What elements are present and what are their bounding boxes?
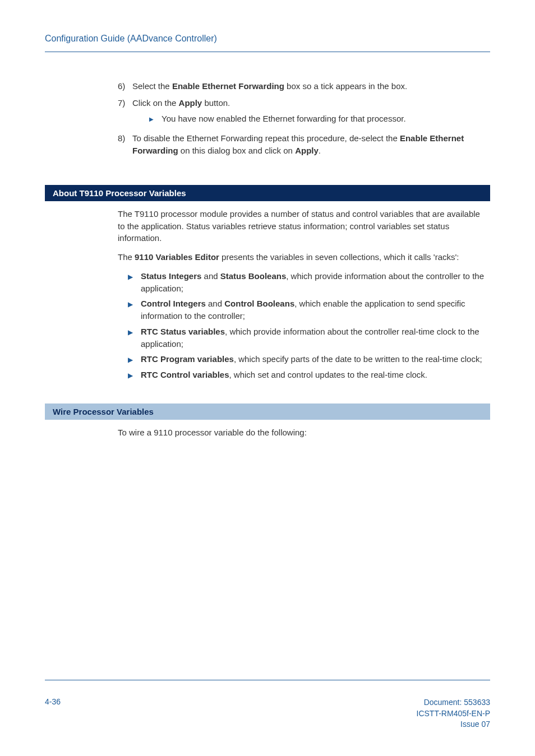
- list-item: ▶ RTC Program variables, which specify p…: [128, 353, 485, 365]
- paragraph: The 9110 Variables Editor presents the v…: [118, 251, 485, 263]
- text-fragment: and: [201, 271, 220, 281]
- document-code: ICSTT-RM405f-EN-P: [417, 708, 490, 720]
- text-fragment: , which set and control updates to the r…: [229, 370, 428, 379]
- sub-bullet-text: You have now enabled the Ethernet forwar…: [162, 113, 406, 125]
- text-fragment: on this dialog box and click on: [178, 146, 295, 155]
- document-number: Document: 553633: [417, 697, 490, 708]
- step-8: 8) To disable the Ethernet Forwarding re…: [118, 132, 485, 157]
- text-bold: Control Booleans: [224, 299, 294, 308]
- list-item: ▶ Control Integers and Control Booleans,…: [128, 298, 485, 322]
- list-item: ▶ RTC Control variables, which set and c…: [128, 369, 485, 381]
- list-text: RTC Program variables, which specify par…: [141, 353, 482, 365]
- text-fragment: To disable the Ethernet Forwarding repea…: [132, 133, 400, 143]
- header-title: Configuration Guide (AADvance Controller…: [45, 34, 490, 44]
- text-fragment: button.: [202, 98, 230, 108]
- text-fragment: and: [206, 299, 224, 308]
- list-text: Control Integers and Control Booleans, w…: [141, 298, 485, 322]
- list-text: Status Integers and Status Booleans, whi…: [141, 270, 485, 295]
- step-list: 6) Select the Enable Ethernet Forwarding…: [118, 80, 485, 157]
- issue-number: Issue 07: [417, 719, 490, 730]
- step-text: Click on the Apply button. ▶ You have no…: [132, 97, 485, 128]
- text-bold: Enable Ethernet Forwarding: [172, 81, 284, 91]
- text-fragment: , which specify parts of the date to be …: [234, 354, 482, 364]
- text-fragment: The: [118, 252, 135, 262]
- text-fragment: Click on the: [132, 98, 179, 108]
- footer-rule: [45, 680, 490, 680]
- text-bold: Status Integers: [141, 271, 201, 281]
- step-text: Select the Enable Ethernet Forwarding bo…: [132, 80, 485, 92]
- racks-list: ▶ Status Integers and Status Booleans, w…: [128, 270, 485, 381]
- list-text: RTC Control variables, which set and con…: [141, 369, 427, 381]
- text-fragment: box so a tick appears in the box.: [284, 81, 407, 91]
- footer: 4-36 Document: 553633 ICSTT-RM405f-EN-P …: [45, 680, 490, 730]
- header-rule: [45, 52, 490, 52]
- text-fragment: .: [319, 146, 321, 155]
- text-bold: Status Booleans: [220, 271, 287, 281]
- step-text: To disable the Ethernet Forwarding repea…: [132, 132, 485, 157]
- step-number: 8): [118, 132, 132, 157]
- step-number: 7): [118, 97, 132, 128]
- text-bold: 9110 Variables Editor: [135, 252, 219, 262]
- step-number: 6): [118, 80, 132, 92]
- paragraph: To wire a 9110 processor variable do the…: [118, 426, 485, 439]
- arrow-icon: ▶: [128, 272, 133, 282]
- arrow-icon: ▶: [128, 328, 133, 337]
- text-bold: Control Integers: [141, 299, 206, 308]
- arrow-icon: ▶: [128, 300, 133, 309]
- page-number: 4-36: [45, 697, 61, 730]
- text-bold: RTC Program variables: [141, 354, 234, 364]
- list-item: ▶ Status Integers and Status Booleans, w…: [128, 270, 485, 295]
- text-fragment: Select the: [132, 81, 172, 91]
- list-text: RTC Status variables, which provide info…: [141, 326, 485, 350]
- arrow-icon: ▶: [128, 355, 133, 365]
- text-fragment: presents the variables in seven collecti…: [219, 252, 459, 262]
- sub-bullet: ▶ You have now enabled the Ethernet forw…: [149, 113, 485, 125]
- arrow-icon: ▶: [128, 371, 133, 381]
- arrow-icon: ▶: [149, 115, 154, 124]
- text-bold: RTC Status variables: [141, 327, 225, 336]
- text-bold: RTC Control variables: [141, 370, 229, 379]
- step-7: 7) Click on the Apply button. ▶ You have…: [118, 97, 485, 128]
- paragraph: The T9110 processor module provides a nu…: [118, 208, 485, 244]
- text-bold: Apply: [179, 98, 202, 108]
- section-heading-about: About T9110 Processor Variables: [45, 185, 490, 201]
- section-heading-wire: Wire Processor Variables: [45, 403, 490, 420]
- step-6: 6) Select the Enable Ethernet Forwarding…: [118, 80, 485, 92]
- text-bold: Apply: [295, 146, 319, 155]
- list-item: ▶ RTC Status variables, which provide in…: [128, 326, 485, 350]
